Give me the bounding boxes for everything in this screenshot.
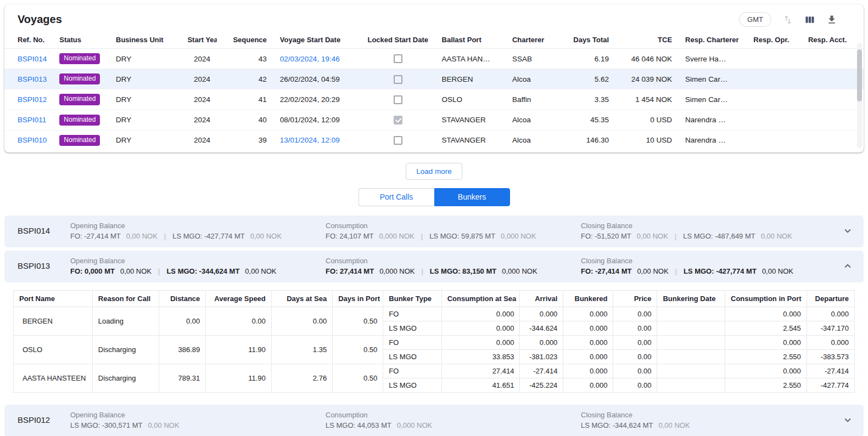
reason-cell: Discharging [92, 335, 159, 364]
bunkered-cell: 0.000 [563, 364, 613, 378]
charterer-cell: Alcoa [506, 130, 562, 150]
voyage-ref-link[interactable]: BSPI010 [18, 136, 47, 144]
departure-cell: -347.170 [807, 321, 854, 335]
locked-checkbox[interactable] [394, 95, 402, 104]
voyage-start-cell: 02/03/2024, 19:46 [273, 49, 361, 69]
columns-icon[interactable] [804, 14, 815, 25]
sort-icon[interactable] [782, 14, 793, 25]
voyage-ref-link[interactable]: BSPI014 [18, 55, 47, 63]
col-resp-opr[interactable]: Resp. Opr. [747, 31, 802, 49]
charterer-cell: Baffin [506, 89, 562, 110]
col-ballast-port[interactable]: Ballast Port [435, 31, 506, 49]
tce-cell: 24 039 NOK [615, 69, 679, 89]
col-days-total[interactable]: Days Total [562, 31, 616, 49]
col-consumption-at-sea: Consumption at Sea [441, 290, 520, 307]
voyage-row[interactable]: BSPI014 Nominated DRY 2024 43 02/03/2024… [4, 49, 864, 69]
voyage-ref-link[interactable]: BSPI011 [18, 116, 46, 124]
chevron-down-icon[interactable] [836, 225, 854, 237]
distance-cell: 0.00 [159, 307, 206, 335]
bunkered-cell: 0.000 [563, 307, 613, 321]
bunkers-panel-bspi014: BSPI014 Opening Balance FO: -27,414 MT0,… [4, 216, 864, 247]
col-status[interactable]: Status [53, 31, 109, 49]
scrollbar-thumb[interactable] [857, 49, 862, 101]
price-cell: 0.00 [613, 321, 657, 335]
voyage-start-link[interactable]: 13/01/2024, 12:09 [280, 136, 340, 144]
col-locked-start-date[interactable]: Locked Start Date [361, 31, 435, 49]
resp-charterer-cell: Narendra … [679, 110, 747, 130]
cons-sea-cell: 27.414 [441, 364, 520, 378]
sequence-cell: 40 [217, 110, 273, 130]
load-more-button[interactable]: Load more [406, 163, 462, 180]
arrival-cell: -27.414 [520, 364, 563, 378]
voyages-card: Voyages GMT Ref. No. Status Busine [4, 4, 864, 152]
fuel-amount: LS MGO: -427,774 MT [684, 267, 757, 275]
col-business-unit[interactable]: Business Unit [109, 31, 181, 49]
start-year-cell: 2024 [181, 89, 217, 110]
port-row: OSLO Discharging 386.89 11.90 1.35 0.50 … [14, 335, 855, 349]
fuel-amount: FO: 0,000 MT [70, 267, 115, 275]
voyage-ref-link[interactable]: BSPI013 [18, 75, 47, 83]
detail-tabs: Port Calls Bunkers [0, 188, 868, 206]
locked-checkbox[interactable] [394, 54, 402, 63]
load-more-row: Load more [0, 163, 868, 180]
bunker-type-cell: LS MGO [383, 349, 441, 364]
voyage-row[interactable]: BSPI010 Nominated DRY 2024 39 13/01/2024… [4, 130, 864, 150]
avg-speed-cell: 0.00 [206, 307, 271, 335]
resp-acct-cell [802, 49, 864, 69]
cons-port-cell: 0.000 [725, 335, 807, 349]
voyage-start-cell: 26/02/2024, 04:59 [273, 69, 361, 89]
resp-acct-cell [802, 110, 864, 130]
download-icon[interactable] [826, 14, 837, 25]
locked-checkbox[interactable] [394, 136, 402, 145]
fuel-amount: LS MGO: -344,624 MT [166, 267, 239, 275]
sequence-cell: 43 [217, 49, 273, 69]
col-departure: Departure [807, 290, 854, 307]
bunkering-date-cell [657, 349, 725, 364]
voyages-table: Ref. No. Status Business Unit Start Year… [4, 31, 864, 150]
col-start-year[interactable]: Start Year [181, 31, 217, 49]
tab-port-calls[interactable]: Port Calls [359, 188, 434, 206]
col-ref-no[interactable]: Ref. No. [4, 31, 53, 49]
fuel-value: 0,00 NOK [637, 267, 668, 275]
col-bunker-type: Bunker Type [383, 290, 441, 307]
resp-acct-cell [802, 89, 864, 110]
tab-bunkers[interactable]: Bunkers [434, 188, 510, 206]
timezone-button[interactable]: GMT [739, 12, 771, 27]
locked-checkbox[interactable] [394, 75, 402, 84]
col-voyage-start-date[interactable]: Voyage Start Date [273, 31, 361, 49]
table-scrollbar[interactable] [857, 43, 862, 148]
panel-header[interactable]: BSPI013 Opening Balance FO: 0,000 MT0,00… [4, 251, 864, 282]
voyage-ref-link[interactable]: BSPI012 [18, 95, 47, 104]
chevron-up-icon[interactable] [836, 260, 854, 272]
bunkering-date-cell [657, 378, 725, 392]
bunkered-cell: 0.000 [563, 335, 613, 349]
port-row: BERGEN Loading 0.00 0.00 0.00 0.50 FO 0.… [14, 307, 855, 321]
voyage-row[interactable]: BSPI012 Nominated DRY 2024 41 22/02/2024… [4, 89, 864, 110]
bunkers-table: Port Name Reason for Call Distance Avera… [13, 290, 855, 393]
port-row: AASTA HANSTEEN Discharging 789.31 11.90 … [14, 364, 855, 378]
col-tce[interactable]: TCE [615, 31, 679, 49]
col-resp-charterer[interactable]: Resp. Charterer [679, 31, 747, 49]
bunkering-date-cell [657, 364, 725, 378]
business-unit-cell: DRY [109, 69, 181, 89]
voyage-start-link[interactable]: 02/03/2024, 19:46 [280, 55, 340, 63]
chevron-down-icon[interactable] [836, 414, 854, 426]
locked-checkbox[interactable] [394, 116, 402, 124]
fuel-amount: FO: -51,520 MT [581, 232, 631, 240]
panel-header[interactable]: BSPI012 Opening Balance LS MGO: -300,571… [4, 405, 864, 436]
bunkered-cell: 0.000 [563, 378, 613, 392]
col-charterer[interactable]: Charterer [506, 31, 562, 49]
bunkering-date-cell [657, 335, 725, 349]
ballast-port-cell: BERGEN [435, 69, 506, 89]
voyage-row[interactable]: BSPI011 Nominated DRY 2024 40 08/01/2024… [4, 110, 864, 130]
voyage-row[interactable]: BSPI013 Nominated DRY 2024 42 26/02/2024… [4, 69, 864, 89]
col-bunkering-date: Bunkering Date [657, 290, 725, 307]
consumption: Consumption FO: 27,414 MT0,000 NOK|LS MG… [326, 257, 581, 275]
status-cell: Nominated [53, 110, 109, 130]
col-resp-acct[interactable]: Resp. Acct. [802, 31, 864, 49]
bunker-type-cell: LS MGO [383, 321, 441, 335]
fuel-value: 0,00 NOK [245, 267, 276, 275]
col-port-name: Port Name [14, 290, 93, 307]
col-sequence[interactable]: Sequence [217, 31, 273, 49]
panel-header[interactable]: BSPI014 Opening Balance FO: -27,414 MT0,… [4, 216, 864, 247]
